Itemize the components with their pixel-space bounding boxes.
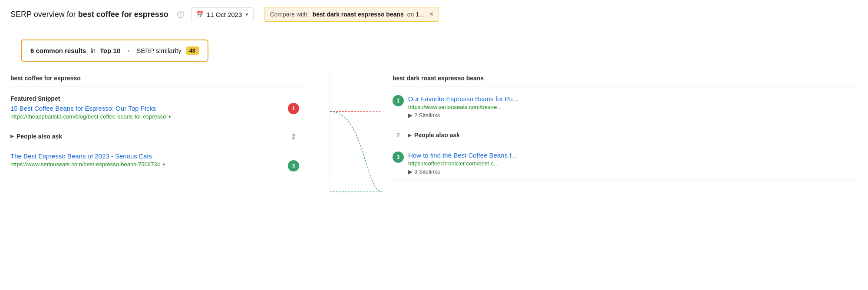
right-item-content-2: ▶ People also ask bbox=[408, 132, 858, 138]
rank-badge-2: 2 bbox=[288, 131, 299, 142]
url-text-3: https://www.seriouseats.com/best-espress… bbox=[10, 161, 160, 168]
date-value: 11 Oct 2023 bbox=[207, 11, 242, 18]
right-serp-link-3[interactable]: How to find the Best Coffee Beans f... bbox=[408, 152, 858, 159]
summary-box: 6 common results in Top 10 • SERP simila… bbox=[21, 40, 208, 62]
sitelinks-1[interactable]: ▶ 2 Sitelinks bbox=[408, 112, 858, 119]
right-url-text-1: https://www.seriouseats.com/best-e... bbox=[408, 104, 502, 110]
right-serp-url-3[interactable]: https://coffeechronicler.com/best-c... bbox=[408, 160, 498, 167]
people-also-ask-left[interactable]: ▶ People also ask bbox=[10, 133, 62, 140]
page-title: SERP overview for best coffee for espres… bbox=[10, 10, 168, 19]
right-column: best dark roast espresso beans 1 Our Fav… bbox=[382, 70, 868, 181]
right-serp-url-1[interactable]: https://www.seriouseats.com/best-e... bbox=[408, 104, 502, 110]
columns-wrapper: best coffee for espresso Featured Snippe… bbox=[0, 70, 868, 181]
top-label: Top 10 bbox=[100, 47, 120, 54]
rank-badge-1: 1 bbox=[288, 103, 299, 114]
people-also-ask-label: People also ask bbox=[17, 133, 62, 140]
right-item-content-3: How to find the Best Coffee Beans f... h… bbox=[408, 152, 858, 175]
url-expand-icon: ▼ bbox=[168, 115, 172, 119]
compare-label: Compare with: bbox=[270, 11, 309, 18]
featured-snippet-label: Featured Snippet bbox=[10, 95, 282, 102]
serp-item-3: The Best Espresso Beans of 2023 - Seriou… bbox=[10, 147, 304, 173]
sitelinks-label-3: 3 Sitelinks bbox=[414, 168, 440, 175]
header-row: SERP overview for best coffee for espres… bbox=[0, 0, 868, 27]
title-prefix: SERP overview for bbox=[10, 10, 78, 19]
right-expand-icon: ▶ bbox=[408, 133, 412, 138]
right-serp-link-1[interactable]: Our Favorite Espresso Beans for Pu... bbox=[408, 95, 858, 102]
right-column-header: best dark roast espresso beans bbox=[393, 70, 858, 86]
help-icon[interactable]: ? bbox=[177, 11, 184, 18]
similarity-label: SERP similarity bbox=[137, 47, 182, 54]
common-results-count: 6 common results bbox=[30, 47, 86, 54]
sitelinks-3[interactable]: ▶ 3 Sitelinks bbox=[408, 168, 858, 175]
url-text-1: https://theappbarista.com/blog/best-coff… bbox=[10, 113, 166, 120]
left-column: best coffee for espresso Featured Snippe… bbox=[0, 70, 330, 181]
chevron-down-icon: ▼ bbox=[245, 12, 249, 17]
right-item-content-1: Our Favorite Espresso Beans for Pu... ht… bbox=[408, 95, 858, 119]
separator: • bbox=[127, 47, 129, 54]
serp-item-2: ▶ People also ask 2 bbox=[10, 125, 304, 147]
serp-link-1[interactable]: 15 Best Coffee Beans for Espresso: Our T… bbox=[10, 105, 282, 112]
right-url-text-3: https://coffeechronicler.com/best-c... bbox=[408, 160, 498, 167]
date-selector[interactable]: 📅 11 Oct 2023 ▼ bbox=[191, 7, 254, 21]
calendar-icon: 📅 bbox=[196, 10, 204, 18]
serp-url-1[interactable]: https://theappbarista.com/blog/best-coff… bbox=[10, 113, 172, 120]
title-keyword: best coffee for espresso bbox=[78, 10, 168, 19]
people-also-ask-right[interactable]: ▶ People also ask bbox=[408, 132, 858, 138]
compare-keyword: best dark roast espresso beans bbox=[313, 11, 404, 18]
similarity-badge: 48 bbox=[186, 46, 199, 55]
right-rank-badge-2: 2 bbox=[393, 129, 404, 141]
close-compare-button[interactable]: × bbox=[429, 10, 433, 18]
right-item-1: 1 Our Favorite Espresso Beans for Pu... … bbox=[393, 90, 858, 124]
summary-in-label: in bbox=[90, 47, 96, 54]
serp-item-1: Featured Snippet 15 Best Coffee Beans fo… bbox=[10, 90, 304, 125]
connector-svg bbox=[330, 88, 382, 290]
expand-icon: ▶ bbox=[10, 134, 14, 138]
right-rank-badge-3: 3 bbox=[393, 152, 404, 163]
right-people-also-ask-label: People also ask bbox=[414, 132, 460, 138]
sitelinks-label-1: 2 Sitelinks bbox=[414, 112, 440, 119]
url-expand-icon-3: ▼ bbox=[162, 162, 166, 167]
left-column-header: best coffee for espresso bbox=[10, 70, 304, 86]
serp-url-3[interactable]: https://www.seriouseats.com/best-espress… bbox=[10, 161, 166, 168]
compare-banner: Compare with: best dark roast espresso b… bbox=[264, 7, 439, 22]
right-item-3: 3 How to find the Best Coffee Beans f...… bbox=[393, 146, 858, 181]
compare-suffix: on 1... bbox=[407, 11, 424, 18]
right-item-2: 2 ▶ People also ask bbox=[393, 124, 858, 146]
right-rank-badge-1: 1 bbox=[393, 95, 404, 106]
connector-area bbox=[330, 70, 382, 181]
rank-badge-3: 3 bbox=[288, 160, 299, 171]
serp-link-3[interactable]: The Best Espresso Beans of 2023 - Seriou… bbox=[10, 152, 282, 160]
sitelinks-expand-icon: ▶ bbox=[408, 112, 413, 119]
sitelinks-expand-icon-3: ▶ bbox=[408, 168, 413, 175]
